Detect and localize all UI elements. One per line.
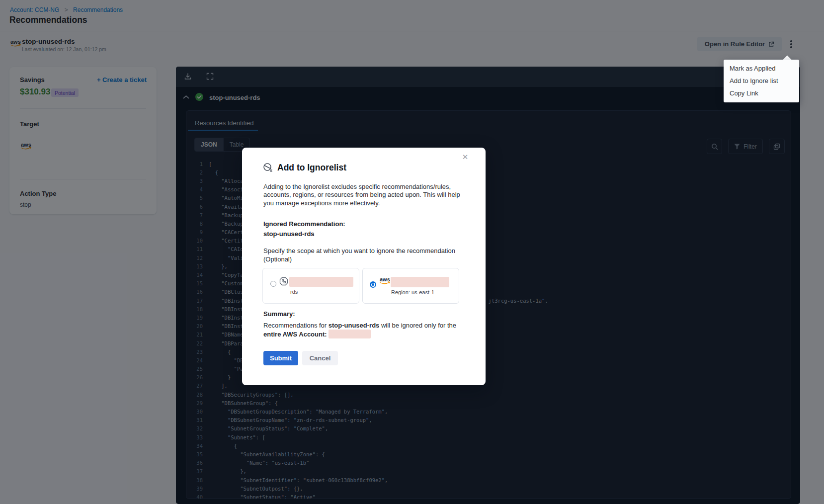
scope-option-account[interactable]: aws Region: us-east-1 [362,268,459,304]
modal-title: Add to Ignorelist [277,163,346,173]
ignored-recommendation-name: stop-unused-rds [263,230,315,238]
context-menu: Mark as Applied Add to Ignore list Copy … [724,60,799,102]
summary-text: Recommendations for stop-unused-rds will… [263,321,472,338]
scope-prompt: Specify the scope at which you want to i… [263,247,464,263]
radio-resource[interactable] [270,281,276,287]
ignore-icon [263,163,273,173]
resource-icon [279,276,289,286]
redacted-resource-id [289,277,353,287]
cancel-button[interactable]: Cancel [302,351,338,365]
scope-option-account-label: Region: us-east-1 [391,289,434,295]
redacted-account-id-inline [329,330,371,338]
page: Account: CCM-NG > Recommendations Recomm… [0,0,824,504]
ignored-recommendation-label: Ignored Recommendation: [263,220,345,228]
menu-item-copy-link[interactable]: Copy Link [724,87,799,99]
menu-item-mark-as-applied[interactable]: Mark as Applied [724,62,799,75]
redacted-account-id [391,277,449,287]
scope-option-resource-label: rds [290,289,298,295]
svg-text:aws: aws [380,276,390,282]
add-to-ignorelist-modal: ✕ Add to Ignorelist Adding to the Ignore… [242,148,486,385]
account-aws-logo-icon: aws [379,276,391,285]
menu-item-add-to-ignore-list[interactable]: Add to Ignore list [724,75,799,87]
modal-description: Adding to the Ignorelist excludes specif… [263,183,462,207]
submit-button[interactable]: Submit [263,351,298,365]
summary-label: Summary: [263,310,295,318]
scope-option-resource[interactable]: rds [262,268,359,304]
close-icon[interactable]: ✕ [459,151,472,164]
radio-account-selected[interactable] [370,281,376,288]
